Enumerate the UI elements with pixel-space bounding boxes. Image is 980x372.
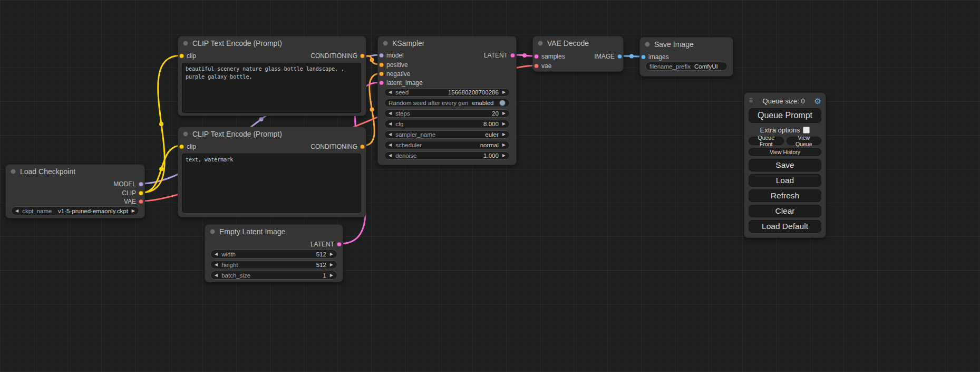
port-dot-clip[interactable] bbox=[139, 191, 143, 196]
load-default-button[interactable]: Load Default bbox=[749, 220, 821, 233]
widget-scheduler[interactable]: ◀ scheduler normal ▶ bbox=[384, 141, 510, 149]
decrement-arrow-icon[interactable]: ◀ bbox=[389, 132, 392, 137]
prompt-text-area[interactable]: text, watermark bbox=[182, 154, 361, 213]
increment-arrow-icon[interactable]: ▶ bbox=[330, 252, 333, 256]
save-button[interactable]: Save bbox=[749, 159, 821, 171]
output-port-clip[interactable]: CLIP bbox=[122, 189, 144, 197]
port-dot-image[interactable] bbox=[641, 55, 646, 60]
increment-arrow-icon[interactable]: ▶ bbox=[502, 154, 506, 158]
decrement-arrow-icon[interactable]: ◀ bbox=[389, 122, 392, 126]
widget-sampler-name[interactable]: ◀ sampler_name euler ▶ bbox=[384, 130, 510, 139]
input-port-positive[interactable]: positive bbox=[378, 61, 408, 69]
collapse-toggle-icon[interactable] bbox=[11, 169, 16, 174]
node-title-bar[interactable]: KSampler bbox=[378, 36, 516, 50]
queue-front-button[interactable]: Queue Front bbox=[749, 137, 784, 145]
collapse-toggle-icon[interactable] bbox=[183, 41, 188, 46]
decrement-arrow-icon[interactable]: ◀ bbox=[215, 252, 218, 256]
input-port-clip[interactable]: clip bbox=[178, 52, 196, 60]
collapse-toggle-icon[interactable] bbox=[645, 42, 650, 47]
output-port-latent[interactable]: LATENT bbox=[311, 240, 343, 249]
view-queue-button[interactable]: View Queue bbox=[787, 137, 822, 145]
load-button[interactable]: Load bbox=[749, 174, 821, 187]
decrement-arrow-icon[interactable]: ◀ bbox=[389, 154, 392, 158]
port-dot-latent[interactable] bbox=[337, 242, 342, 247]
output-port-image[interactable]: IMAGE bbox=[594, 52, 623, 61]
input-port-latent-image[interactable]: latent_image bbox=[378, 79, 423, 87]
collapse-toggle-icon[interactable] bbox=[210, 229, 215, 234]
widget-width[interactable]: ◀ width 512 ▶ bbox=[210, 250, 337, 259]
collapse-toggle-icon[interactable] bbox=[383, 41, 388, 46]
widget-cfg[interactable]: ◀ cfg 8.000 ▶ bbox=[384, 120, 510, 128]
widget-seed[interactable]: ◀ seed 156680208700286 ▶ bbox=[384, 88, 510, 97]
extra-options-checkbox[interactable] bbox=[803, 127, 810, 133]
port-dot-model[interactable] bbox=[139, 182, 143, 187]
drag-handle-icon[interactable]: ⠿ bbox=[749, 97, 753, 104]
view-history-button[interactable]: View History bbox=[749, 148, 821, 156]
node-ksampler[interactable]: KSampler model LATENT positive negative … bbox=[377, 36, 517, 165]
prompt-text-area[interactable]: beautiful scenery nature glass bottle la… bbox=[182, 63, 361, 113]
output-port-conditioning[interactable]: CONDITIONING bbox=[311, 142, 366, 151]
link-midpoint-positive-conditioning-to-ksampler[interactable] bbox=[370, 58, 374, 62]
link-midpoint-image-to-save-image[interactable] bbox=[629, 54, 634, 59]
widget-random-seed-toggle[interactable]: Random seed after every gen enabled bbox=[384, 99, 510, 107]
widget-height[interactable]: ◀ height 512 ▶ bbox=[210, 260, 337, 269]
increment-arrow-icon[interactable]: ▶ bbox=[502, 132, 506, 137]
port-dot-conditioning[interactable] bbox=[360, 145, 365, 149]
widget-steps[interactable]: ◀ steps 20 ▶ bbox=[384, 109, 510, 118]
widget-denoise[interactable]: ◀ denoise 1.000 ▶ bbox=[384, 151, 510, 160]
decrement-arrow-icon[interactable]: ◀ bbox=[389, 111, 392, 116]
port-dot-conditioning[interactable] bbox=[379, 63, 384, 68]
toggle-knob-icon[interactable] bbox=[499, 100, 506, 106]
decrement-arrow-icon[interactable]: ◀ bbox=[389, 90, 392, 94]
node-save-image[interactable]: Save Image images filename_prefix ComfyU… bbox=[639, 37, 733, 77]
decrement-arrow-icon[interactable]: ◀ bbox=[15, 209, 18, 213]
increment-arrow-icon[interactable]: ▶ bbox=[502, 143, 506, 147]
increment-arrow-icon[interactable]: ▶ bbox=[502, 111, 506, 116]
node-title-bar[interactable]: CLIP Text Encode (Prompt) bbox=[178, 127, 366, 141]
increment-arrow-icon[interactable]: ▶ bbox=[502, 90, 506, 94]
port-dot-vae[interactable] bbox=[534, 64, 539, 69]
decrement-arrow-icon[interactable]: ◀ bbox=[389, 143, 392, 147]
input-port-images[interactable]: images bbox=[640, 53, 669, 61]
settings-gear-icon[interactable]: ⚙ bbox=[814, 97, 821, 105]
output-port-vae[interactable]: VAE bbox=[124, 197, 144, 206]
output-port-model[interactable]: MODEL bbox=[113, 180, 144, 188]
increment-arrow-icon[interactable]: ▶ bbox=[330, 273, 333, 278]
port-dot-conditioning[interactable] bbox=[360, 54, 365, 59]
port-dot-conditioning[interactable] bbox=[379, 72, 384, 77]
port-dot-vae[interactable] bbox=[139, 199, 143, 204]
port-dot-clip[interactable] bbox=[179, 145, 184, 149]
link-midpoint-clip-to-positive-encode[interactable] bbox=[159, 122, 163, 126]
increment-arrow-icon[interactable]: ▶ bbox=[330, 263, 333, 267]
link-midpoint-negative-conditioning-to-ksampler[interactable] bbox=[370, 108, 374, 112]
link-midpoint-clip-to-negative-encode[interactable] bbox=[159, 167, 163, 171]
node-clip-text-encode-negative[interactable]: CLIP Text Encode (Prompt) clip CONDITION… bbox=[178, 127, 366, 217]
node-title-bar[interactable]: Save Image bbox=[640, 37, 733, 51]
node-title-bar[interactable]: VAE Decode bbox=[533, 36, 623, 50]
node-title-bar[interactable]: Load Checkpoint bbox=[6, 165, 144, 178]
increment-arrow-icon[interactable]: ▶ bbox=[132, 209, 135, 213]
node-clip-text-encode-positive[interactable]: CLIP Text Encode (Prompt) clip CONDITION… bbox=[178, 36, 366, 116]
port-dot-latent[interactable] bbox=[510, 53, 515, 58]
node-empty-latent-image[interactable]: Empty Latent Image LATENT ◀ width 512 ▶ … bbox=[205, 224, 343, 282]
port-dot-image[interactable] bbox=[617, 54, 622, 59]
widget-filename-prefix[interactable]: filename_prefix ComfyUI bbox=[645, 62, 727, 71]
clear-button[interactable]: Clear bbox=[749, 205, 821, 217]
widget-batch-size[interactable]: ◀ batch_size 1 ▶ bbox=[210, 271, 337, 280]
port-dot-model[interactable] bbox=[379, 53, 384, 58]
refresh-button[interactable]: Refresh bbox=[749, 189, 821, 202]
input-port-negative[interactable]: negative bbox=[378, 70, 410, 78]
port-dot-latent[interactable] bbox=[534, 54, 539, 59]
node-title-bar[interactable]: Empty Latent Image bbox=[205, 225, 343, 239]
increment-arrow-icon[interactable]: ▶ bbox=[502, 122, 506, 126]
widget-ckpt-name[interactable]: ◀ ckpt_name v1-5-pruned-emaonly.ckpt ▶ bbox=[11, 206, 139, 215]
node-vae-decode[interactable]: VAE Decode samples IMAGE vae bbox=[532, 36, 624, 72]
input-port-clip[interactable]: clip bbox=[178, 142, 196, 151]
input-port-vae[interactable]: vae bbox=[533, 62, 551, 70]
collapse-toggle-icon[interactable] bbox=[183, 131, 188, 137]
decrement-arrow-icon[interactable]: ◀ bbox=[215, 273, 218, 278]
input-port-model[interactable]: model bbox=[378, 51, 404, 60]
collapse-toggle-icon[interactable] bbox=[538, 41, 543, 46]
port-dot-clip[interactable] bbox=[179, 54, 184, 59]
output-port-conditioning[interactable]: CONDITIONING bbox=[311, 52, 366, 60]
